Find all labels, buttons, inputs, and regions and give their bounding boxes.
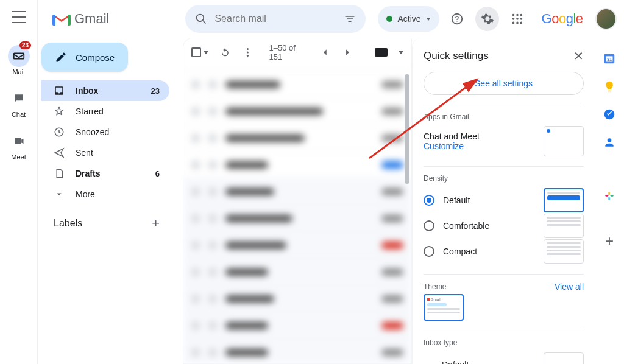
settings-button[interactable]: [475, 7, 499, 31]
search-icon: [195, 13, 207, 25]
pencil-icon: [55, 51, 67, 63]
contacts-app[interactable]: [602, 135, 617, 150]
calendar-icon: 31: [603, 52, 616, 65]
message-list[interactable]: [183, 71, 412, 364]
nav-more-label: More: [76, 189, 95, 199]
mail-icon: [12, 49, 26, 63]
inbox-type-thumb: [544, 352, 584, 364]
scrollbar[interactable]: [405, 74, 410, 184]
inbox-type-default[interactable]: Default: [424, 352, 469, 364]
radio-icon: [424, 195, 434, 206]
nav-starred[interactable]: Starred: [41, 101, 169, 122]
prev-page-button[interactable]: [319, 46, 331, 58]
apps-section-label: Apps in Gmail: [424, 113, 584, 121]
status-label: Active: [397, 14, 420, 24]
density-default-thumb: [544, 188, 584, 212]
svg-point-8: [520, 22, 522, 24]
rail-meet-label: Meet: [11, 153, 26, 161]
density-compact[interactable]: Compact: [424, 239, 477, 264]
rail-meet[interactable]: Meet: [0, 128, 37, 163]
nav-sent[interactable]: Sent: [41, 142, 169, 163]
tasks-app[interactable]: [602, 107, 617, 122]
nav-snoozed[interactable]: Snoozed: [41, 122, 169, 142]
nav-inbox-label: Inbox: [76, 86, 98, 96]
svg-point-10: [247, 48, 249, 50]
slack-addon[interactable]: [602, 189, 617, 203]
clock-icon: [54, 127, 65, 138]
chat-icon: [13, 93, 25, 105]
calendar-app[interactable]: 31: [602, 51, 617, 66]
refresh-button[interactable]: [219, 46, 231, 58]
nav-drafts-label: Drafts: [76, 169, 100, 178]
slack-icon: [603, 190, 615, 202]
radio-icon: [424, 246, 434, 257]
main-menu-button[interactable]: [12, 11, 26, 23]
svg-point-1: [516, 14, 519, 16]
select-all-checkbox[interactable]: [191, 47, 208, 57]
quick-settings-title: Quick settings: [424, 50, 489, 62]
see-all-label: See all settings: [475, 79, 533, 88]
google-wordmark[interactable]: Google: [536, 11, 589, 27]
theme-option[interactable]: Gmail: [424, 294, 464, 321]
get-addons-button[interactable]: +: [602, 234, 617, 248]
keep-app[interactable]: [602, 79, 617, 94]
inbox-icon: [54, 85, 65, 96]
rail-chat[interactable]: Chat: [0, 85, 37, 121]
account-avatar[interactable]: [595, 8, 617, 30]
nav-inbox[interactable]: Inbox 23: [41, 80, 169, 101]
nav-drafts[interactable]: Drafts 6: [41, 163, 169, 184]
svg-point-2: [520, 14, 522, 16]
svg-text:31: 31: [607, 57, 612, 62]
theme-view-all-link[interactable]: View all: [555, 282, 584, 292]
density-default[interactable]: Default: [424, 187, 470, 213]
next-page-button[interactable]: [342, 46, 353, 58]
gear-icon: [481, 12, 494, 26]
gmail-logo[interactable]: Gmail: [45, 11, 179, 27]
see-all-settings-button[interactable]: See all settings: [424, 72, 584, 95]
inbox-type-label: Inbox type: [424, 338, 584, 347]
svg-rect-18: [611, 195, 614, 197]
mail-badge: 23: [20, 41, 31, 49]
chevron-down-icon: [426, 18, 431, 21]
add-label-button[interactable]: +: [152, 215, 160, 231]
theme-section-label: Theme: [424, 282, 446, 291]
customize-link[interactable]: Customize: [424, 141, 480, 151]
rail-mail[interactable]: 23 Mail: [0, 43, 37, 78]
svg-point-12: [247, 55, 249, 57]
search-options-icon[interactable]: [344, 13, 356, 25]
svg-point-0: [512, 14, 515, 16]
svg-point-3: [512, 18, 515, 20]
search-box[interactable]: [185, 5, 366, 33]
search-input[interactable]: [214, 13, 336, 24]
help-icon: [450, 12, 464, 26]
send-icon: [54, 147, 65, 158]
svg-point-4: [516, 18, 519, 20]
tasks-icon: [603, 108, 615, 121]
chevron-down-icon: [54, 189, 65, 200]
inbox-type-default-label: Default: [442, 360, 469, 364]
labels-header: Labels: [54, 218, 82, 229]
status-pill[interactable]: Active: [378, 6, 439, 32]
page-range: 1–50 of 151: [269, 43, 308, 61]
nav-snoozed-label: Snoozed: [76, 127, 109, 137]
apps-item-label: Chat and Meet: [424, 131, 480, 141]
gmail-logo-icon: [52, 12, 71, 26]
density-compact-label: Compact: [443, 247, 477, 256]
more-button[interactable]: [242, 46, 254, 58]
nav-sent-label: Sent: [76, 148, 93, 158]
density-comfortable[interactable]: Comfortable: [424, 213, 489, 239]
input-tools-button[interactable]: [375, 48, 388, 57]
nav-inbox-count: 23: [151, 86, 160, 96]
nav-more[interactable]: More: [41, 184, 169, 205]
nav-drafts-count: 6: [155, 169, 160, 178]
compose-label: Compose: [76, 52, 115, 63]
google-apps-button[interactable]: [505, 7, 529, 31]
brand-text: Gmail: [74, 11, 109, 27]
support-button[interactable]: [445, 7, 469, 31]
contacts-icon: [603, 136, 615, 149]
close-panel-button[interactable]: ✕: [573, 49, 584, 63]
compose-button[interactable]: Compose: [41, 43, 128, 72]
svg-point-5: [520, 18, 522, 20]
star-icon: [54, 106, 65, 117]
rail-mail-label: Mail: [12, 68, 24, 75]
